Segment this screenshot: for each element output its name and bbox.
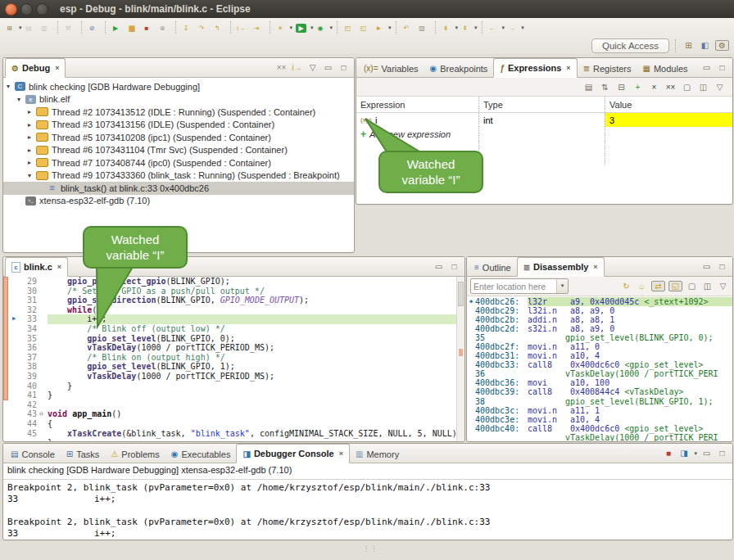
debug-config-button[interactable]: ☀▾ <box>274 20 294 36</box>
open-type-button[interactable]: ◰ <box>342 20 357 36</box>
line-number[interactable]: 42 <box>19 400 39 410</box>
debug-perspective-icon[interactable]: ⚙ <box>715 40 729 51</box>
debug-tree-item[interactable]: ▾Cblink checking [GDB Hardware Debugging… <box>3 80 354 93</box>
step-return-button[interactable]: ↰ <box>211 20 227 36</box>
disassembly-line[interactable]: 38gpio_set_level(BLINK_GPIO, 1); <box>467 397 732 406</box>
refresh-icon[interactable]: ↻ <box>620 282 632 291</box>
open-resource-button[interactable]: ◱ <box>357 20 373 36</box>
pin-editor-button[interactable]: ▨ <box>416 20 432 36</box>
debug-tree-item[interactable]: >_xtensa-esp32-elf-gdb (7.10) <box>3 195 354 208</box>
new-view-icon[interactable]: ▢ <box>686 282 698 291</box>
editor-line[interactable]: 36 vTaskDelay(1000 / portTICK_PERIOD_MS)… <box>9 343 464 353</box>
line-number[interactable]: 32 <box>19 305 39 315</box>
instruction-stepping-button[interactable]: i→ <box>235 20 251 36</box>
suspend-button[interactable]: ▮▮ <box>125 20 141 36</box>
editor-line[interactable]: 44{ <box>9 419 464 429</box>
combo-dropdown-icon[interactable]: ▾ <box>556 279 568 293</box>
expand-arrow-icon[interactable]: ▸ <box>28 147 36 154</box>
line-number[interactable]: 35 <box>19 334 39 344</box>
line-number[interactable]: 34 <box>19 324 39 334</box>
console-tab-executables[interactable]: ◉Executables <box>165 445 237 463</box>
console-tab-memory[interactable]: ▥Memory <box>350 445 405 463</box>
close-tab-icon[interactable]: × <box>57 263 61 271</box>
right-tab-modules[interactable]: ▦Modules <box>637 60 693 77</box>
previous-annotation-button[interactable]: ⇞▾ <box>459 20 478 36</box>
next-annotation-dropdown-arrow[interactable]: ▾ <box>455 25 459 31</box>
go-home-icon[interactable]: ⌂ <box>636 282 648 291</box>
display-selected-console-icon[interactable]: ◨ <box>677 449 690 458</box>
editor-line[interactable]: 40 } <box>9 382 464 391</box>
line-number[interactable]: 44 <box>19 419 39 429</box>
next-annotation-button[interactable]: ⇟▾ <box>440 20 460 36</box>
step-into-button[interactable]: ↧ <box>180 20 196 36</box>
close-tab-icon[interactable]: × <box>55 64 59 72</box>
back-button[interactable]: ←▾ <box>487 20 506 36</box>
view-menu-icon[interactable]: ▽ <box>717 282 729 291</box>
line-number[interactable]: 40 <box>19 382 39 391</box>
external-tools-button[interactable]: ►▾ <box>373 20 392 36</box>
line-number[interactable]: 31 <box>19 296 39 305</box>
new-wizard-dropdown-arrow[interactable]: ▾ <box>19 25 22 31</box>
editor-line[interactable]: 42 <box>9 400 464 410</box>
right-tab-breakpoints[interactable]: ◉Breakpoints <box>424 60 494 77</box>
debug-tree-item[interactable]: ▸Thread #5 1073410208 (ipc1) (Suspended … <box>3 131 354 144</box>
window-minimize-button[interactable] <box>20 3 33 16</box>
disassembly-line[interactable]: 400dbc3c:movi.na11, 1 <box>467 406 732 415</box>
last-edit-location-button[interactable]: ↶ <box>401 20 416 36</box>
quick-access-button[interactable]: Quick Access <box>591 38 669 53</box>
right-tab-registers[interactable]: ≣Registers <box>578 60 637 77</box>
column-header-value[interactable]: Value <box>605 97 732 112</box>
create-new-expression-icon[interactable]: + <box>632 83 644 92</box>
run-dropdown-arrow[interactable]: ▾ <box>310 25 314 31</box>
console-tab-problems[interactable]: ⚠Problems <box>105 445 165 463</box>
line-number[interactable]: 39 <box>19 372 39 382</box>
run-external-button[interactable]: ◉▾ <box>315 20 334 36</box>
disassembly-line[interactable]: 400dbc39:call80x400844c4 <vTaskDelay> <box>467 387 732 396</box>
line-number[interactable]: 29 <box>19 277 39 287</box>
debug-tree-item[interactable]: ▾Thread #9 1073433360 (blink_task : Runn… <box>3 169 354 183</box>
minimize-icon[interactable]: ▭ <box>700 449 713 458</box>
editor-tab-blink-c[interactable]: cblink.c× <box>5 257 68 277</box>
editor-line[interactable]: 32 while(1) <box>9 305 464 315</box>
right-tab-expressions[interactable]: ƒExpressions× <box>493 58 577 78</box>
instruction-stepping-mode-icon[interactable]: i→ <box>291 63 303 72</box>
fold-collapse-icon[interactable]: ⊖ <box>39 409 48 419</box>
debug-tree-item[interactable]: ▸Thread #7 1073408744 (ipc0) (Suspended … <box>3 156 354 169</box>
forward-dropdown-arrow[interactable]: ▾ <box>521 25 524 31</box>
close-tab-icon[interactable]: × <box>339 449 343 458</box>
terminate-button[interactable]: ■ <box>141 20 156 36</box>
expand-arrow-icon[interactable]: ▾ <box>17 96 25 103</box>
editor-line[interactable]: 30 /* Set the GPIO as a push/pull output… <box>9 287 464 296</box>
line-number[interactable]: 43 <box>19 409 39 419</box>
maximize-icon[interactable]: □ <box>338 63 350 72</box>
show-logical-structure-icon[interactable]: ⇅ <box>599 83 611 92</box>
editor-line[interactable]: 41} <box>9 391 464 400</box>
debug-tree-item[interactable]: ▸Thread #3 1073413156 (IDLE) (Suspended … <box>3 119 354 132</box>
maximize-icon[interactable]: □ <box>716 63 728 72</box>
disassembly-line[interactable]: 400dbc29:l32i.na8, a9, 0 <box>467 306 732 315</box>
skip-all-breakpoints-button[interactable]: ⊘ <box>86 20 102 36</box>
line-number[interactable]: 41 <box>19 391 39 400</box>
expand-arrow-icon[interactable]: ▾ <box>28 172 36 179</box>
disassembly-line[interactable]: 35gpio_set_level(BLINK_GPIO, 0); <box>467 333 732 342</box>
add-new-expression-row[interactable]: + Add new expression <box>356 127 732 141</box>
debug-tree-item[interactable]: ▸Thread #6 1073431104 (Tmr Svc) (Suspend… <box>3 144 354 157</box>
editor-line[interactable]: 43⊖void app_main() <box>9 409 464 419</box>
line-number[interactable]: 30 <box>19 287 39 296</box>
save-button[interactable]: ▤ <box>23 20 39 36</box>
editor-line[interactable]: 45 xTaskCreate(&blink_task, "blink_task"… <box>9 429 464 439</box>
debug-tree-item[interactable]: ≡blink_task() at blink.c:33 0x400dbc26 <box>3 182 354 195</box>
location-combo[interactable]: Enter location here ▾ <box>470 278 569 294</box>
expand-arrow-icon[interactable]: ▸ <box>28 133 36 141</box>
overview-ruler[interactable] <box>456 277 464 441</box>
console-tab-debugger-console[interactable]: ◨Debugger Console× <box>236 444 350 463</box>
code-editor[interactable]: 29 gpio_pad_select_gpio(BLINK_GPIO);30 /… <box>3 277 464 441</box>
disassembly-line[interactable]: ◆400dbc26:l32ra9, 0x400d045c <_stext+109… <box>467 297 732 306</box>
new-wizard-button[interactable]: ⊞▾ <box>3 20 23 36</box>
pin-view-icon[interactable]: ◫ <box>697 83 709 92</box>
show-source-icon[interactable]: ◱ <box>668 281 682 291</box>
new-view-icon[interactable]: ▢ <box>681 83 693 92</box>
forward-button[interactable]: →▾ <box>505 20 525 36</box>
run-button[interactable]: ▶▾ <box>293 20 315 36</box>
collapse-all-icon[interactable]: ⊟ <box>615 83 628 92</box>
